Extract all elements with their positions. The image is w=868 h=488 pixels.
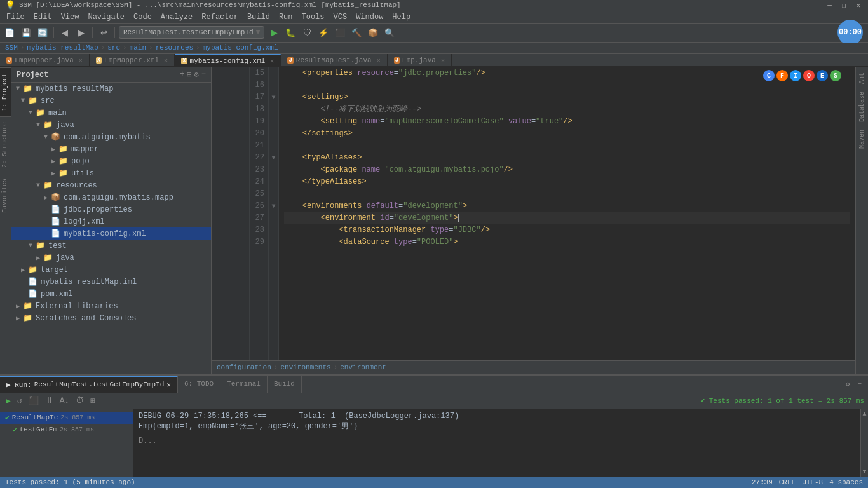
bc-ssm[interactable]: SSM <box>5 44 18 51</box>
terminal-tab[interactable]: Terminal <box>220 376 268 393</box>
tree-item-17[interactable]: 📄pom.xml <box>11 288 211 300</box>
file-tab-ResultMapTest-java[interactable]: J ResultMapTest.java ✕ <box>281 54 387 66</box>
code-line-21[interactable] <box>284 140 850 152</box>
tree-item-11[interactable]: 📄log4j.xml <box>11 215 211 227</box>
file-tab-Emp-java[interactable]: J Emp.java ✕ <box>388 54 452 66</box>
coverage-button[interactable]: 🛡 <box>300 25 314 39</box>
encoding[interactable]: UTF-8 <box>802 478 823 486</box>
menu-item-help[interactable]: Help <box>388 11 414 23</box>
tree-item-1[interactable]: ▼📁src <box>11 95 211 107</box>
menu-item-view[interactable]: View <box>57 11 83 23</box>
ant-tab[interactable]: Ant <box>857 70 867 86</box>
profile-button[interactable]: ⚡ <box>316 25 330 39</box>
sidebar-new-icon[interactable]: + <box>180 70 184 79</box>
menu-item-analyze[interactable]: Analyze <box>157 11 196 23</box>
tree-item-6[interactable]: ▶📁pojo <box>11 155 211 167</box>
tab-close-EmpMapper.java[interactable]: ✕ <box>79 57 83 64</box>
menu-item-refactor[interactable]: Refactor <box>198 11 242 23</box>
tree-item-14[interactable]: ▶📁java <box>11 252 211 264</box>
sync-button[interactable]: 🔄 <box>36 25 50 39</box>
indent-info[interactable]: 4 spaces <box>829 478 863 486</box>
todo-tab[interactable]: 6: TODO <box>178 376 220 393</box>
menu-item-code[interactable]: Code <box>130 11 156 23</box>
panel-settings-button[interactable]: ⚙ <box>843 379 853 390</box>
code-line-17[interactable]: <settings> <box>284 92 850 104</box>
run-tab[interactable]: ▶ Run: ResultMapTest.testGetEmpByEmpId ✕ <box>0 376 178 393</box>
bc-configuration[interactable]: configuration <box>217 363 271 371</box>
tree-item-0[interactable]: ▼📁mybatis_resultMap <box>11 83 211 95</box>
code-line-24[interactable]: </typeAliases> <box>284 176 850 188</box>
code-line-20[interactable]: </settings> <box>284 128 850 140</box>
rerun-button[interactable]: ▶ <box>4 395 13 407</box>
file-tab-mybatis-config-xml[interactable]: X mybatis-config.xml ✕ <box>175 54 281 66</box>
debug-button[interactable]: 🐛 <box>283 25 297 39</box>
ie-icon[interactable]: I <box>790 70 801 81</box>
sort-alpha-button[interactable]: A↓ <box>58 395 72 407</box>
new-file-button[interactable]: 📄 <box>3 25 17 39</box>
favorites-panel-tab[interactable]: Favorites <box>0 173 11 218</box>
bc-environments[interactable]: environments <box>280 363 330 371</box>
close-button[interactable]: ✕ <box>853 1 863 10</box>
maximize-button[interactable]: ❐ <box>839 1 849 10</box>
sidebar-layout-icon[interactable]: ⊞ <box>187 70 191 79</box>
menu-item-navigate[interactable]: Navigate <box>84 11 128 23</box>
sort-duration-button[interactable]: ⏱ <box>74 395 86 407</box>
menu-item-edit[interactable]: Edit <box>30 11 56 23</box>
bc-main[interactable]: main <box>130 44 146 51</box>
sidebar-settings-icon[interactable]: ⚙ <box>194 70 199 79</box>
run-button[interactable]: ▶ <box>267 25 281 39</box>
output-scrollbar[interactable]: ▲ ▼ <box>860 409 868 477</box>
bc-project[interactable]: mybatis_resultMap <box>27 44 98 51</box>
minimize-button[interactable]: — <box>825 1 834 10</box>
run-tab-close[interactable]: ✕ <box>166 381 171 389</box>
bc-resources[interactable]: resources <box>156 44 193 51</box>
cursor-position[interactable]: 27:39 <box>752 478 773 486</box>
code-line-19[interactable]: <setting name="mapUnderscoreToCamelCase"… <box>284 116 850 128</box>
tree-item-5[interactable]: ▶📁mapper <box>11 143 211 155</box>
tree-item-2[interactable]: ▼📁main <box>11 107 211 119</box>
rerun-failed-button[interactable]: ↺ <box>15 395 24 407</box>
code-editor[interactable]: 151617181920212223242526272829▼▼▼ <prope… <box>212 67 855 360</box>
save-button[interactable]: 💾 <box>19 25 33 39</box>
panel-minimize-button[interactable]: − <box>855 379 864 389</box>
build-tab[interactable]: Build <box>268 376 302 393</box>
chrome-icon[interactable]: C <box>763 70 775 81</box>
build-button[interactable]: 🔨 <box>349 25 363 39</box>
tree-item-15[interactable]: ▶📁target <box>11 264 211 276</box>
tree-item-16[interactable]: 📄mybatis_resultMap.iml <box>11 276 211 288</box>
expand-all-button[interactable]: ⊞ <box>88 395 97 407</box>
undo-button[interactable]: ↩ <box>97 25 111 39</box>
tab-close-Emp.java[interactable]: ✕ <box>441 57 445 64</box>
tree-item-9[interactable]: ▶📦com.atguigu.mybatis.mapp <box>11 191 211 203</box>
file-tab-EmpMapper-xml[interactable]: X EmpMapper.xml ✕ <box>90 54 175 66</box>
stop-button[interactable]: ⬛ <box>333 25 347 39</box>
file-tab-EmpMapper-java[interactable]: J EmpMapper.java ✕ <box>0 54 90 66</box>
menu-item-run[interactable]: Run <box>275 11 297 23</box>
code-line-25[interactable] <box>284 188 850 200</box>
tree-item-13[interactable]: ▼📁test <box>11 240 211 252</box>
maven-tab[interactable]: Maven <box>857 127 867 151</box>
menu-item-file[interactable]: File <box>3 11 29 23</box>
forward-button[interactable]: ▶ <box>74 25 88 39</box>
run-config-selector[interactable]: ResultMapTest.testGetEmpByEmpId ▼ <box>119 26 264 39</box>
tab-close-ResultMapTest.java[interactable]: ✕ <box>377 57 381 64</box>
firefox-icon[interactable]: F <box>776 70 788 81</box>
code-line-28[interactable]: <transactionManager type="JDBC"/> <box>284 224 850 236</box>
bc-environment[interactable]: environment <box>340 363 386 371</box>
bc-src[interactable]: src <box>107 44 120 51</box>
tree-item-3[interactable]: ▼📁java <box>11 119 211 131</box>
tree-item-10[interactable]: 📄jdbc.properties <box>11 203 211 215</box>
tree-item-4[interactable]: ▼📦com.atguigu.mybatis <box>11 131 211 143</box>
menu-item-build[interactable]: Build <box>243 11 274 23</box>
menu-item-vcs[interactable]: VCS <box>330 11 351 23</box>
tab-close-EmpMapper.xml[interactable]: ✕ <box>164 57 168 64</box>
sidebar-collapse-icon[interactable]: − <box>201 70 206 79</box>
code-line-18[interactable]: <!--将下划线映射为驼峰--> <box>284 104 850 116</box>
code-line-22[interactable]: <typeAliases> <box>284 152 850 164</box>
back-button[interactable]: ◀ <box>58 25 72 39</box>
tree-item-8[interactable]: ▼📁resources <box>11 179 211 191</box>
code-line-29[interactable]: <dataSource type="POOLED"> <box>284 236 850 248</box>
code-content[interactable]: <properties resource="jdbc.properties"/>… <box>279 67 855 360</box>
project-panel-tab[interactable]: 1: Project <box>0 67 11 116</box>
stop-run-button[interactable]: ⬛ <box>27 395 41 407</box>
